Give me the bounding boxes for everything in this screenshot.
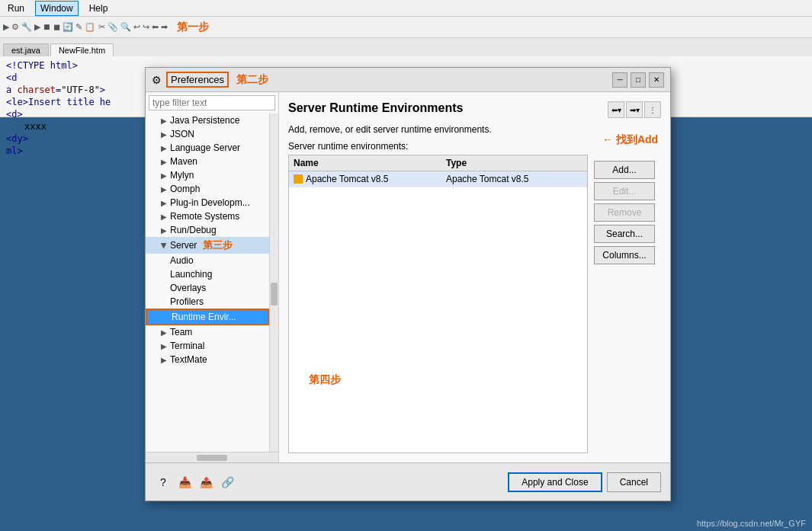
chevron-icon: ▶ [160, 242, 168, 248]
dialog-minimize[interactable]: ─ [612, 72, 627, 88]
sidebar-child-audio[interactable]: Audio [146, 254, 269, 267]
annotation-step2: 第二步 [236, 73, 268, 87]
footer-icons: ? 📥 📤 🔗 [155, 474, 236, 491]
search-button[interactable]: Search... [594, 225, 655, 243]
dialog-close[interactable]: ✕ [649, 72, 664, 88]
chevron-icon: ▶ [161, 356, 167, 364]
chevron-icon: ▶ [161, 158, 167, 166]
editor-tabs: est.java NewFile.htm [0, 38, 812, 56]
h-scrollbar[interactable] [146, 452, 278, 462]
sidebar-item-language-server[interactable]: ▶ Language Server [146, 141, 269, 155]
sidebar-item-textmate[interactable]: ▶ TextMate [146, 353, 269, 366]
content-title: Server Runtime Environments [288, 101, 463, 115]
sidebar-item-oomph[interactable]: ▶ Oomph [146, 182, 269, 196]
sidebar-child-overlays[interactable]: Overlays [146, 281, 269, 295]
sidebar-label: Server [170, 240, 197, 251]
dialog-titlebar: ⚙ Preferences 第二步 ─ □ ✕ [146, 68, 670, 92]
sidebar-scrollbar[interactable] [269, 114, 278, 452]
sidebar-item-plugin-dev[interactable]: ▶ Plug-in Developm... [146, 196, 269, 210]
sidebar-label: Remote Systems [170, 211, 239, 222]
dialog-footer: ? 📥 📤 🔗 Apply and Close Cancel [146, 462, 670, 501]
row-type: Apache Tomcat v8.5 [446, 174, 583, 184]
col-name-header: Name [294, 158, 446, 168]
action-buttons: Add... Edit... Remove Search... Columns.… [588, 155, 661, 453]
sidebar-item-maven[interactable]: ▶ Maven [146, 155, 269, 168]
chevron-icon: ▶ [161, 144, 167, 152]
columns-button[interactable]: Columns... [594, 246, 655, 264]
chevron-icon: ▶ [161, 171, 167, 180]
content-header: Server Runtime Environments ⬅▾ ➡▾ ⋮ [288, 101, 661, 118]
table-with-buttons: Name Type Apache Tomcat v8.5 Apache Tomc… [288, 155, 661, 453]
sidebar-item-team[interactable]: ▶ Team [146, 325, 269, 339]
sidebar-item-java-persistence[interactable]: ▶ Java Persistence [146, 114, 269, 127]
sidebar-items: ▶ Java Persistence ▶ JSON ▶ Language Ser… [146, 114, 269, 452]
chevron-icon: ▶ [161, 342, 167, 350]
sidebar-label: Terminal [170, 341, 204, 351]
col-type-header: Type [446, 158, 583, 168]
dialog-maximize[interactable]: □ [631, 72, 646, 88]
nav-back[interactable]: ⬅▾ [608, 101, 624, 118]
sidebar-item-run-debug[interactable]: ▶ Run/Debug [146, 223, 269, 237]
menu-help[interactable]: Help [85, 2, 113, 15]
sidebar-tree-scroll: ▶ Java Persistence ▶ JSON ▶ Language Ser… [146, 114, 278, 452]
menu-window[interactable]: Window [35, 1, 79, 16]
sidebar-item-terminal[interactable]: ▶ Terminal [146, 339, 269, 353]
scrollbar-thumb [271, 283, 278, 305]
import-icon-btn[interactable]: 📥 [176, 474, 193, 491]
apply-close-button[interactable]: Apply and Close [508, 472, 602, 492]
sidebar-label: JSON [170, 129, 194, 139]
tab-est-java[interactable]: est.java [3, 43, 49, 56]
sidebar-label: Mylyn [170, 170, 194, 181]
filter-input[interactable] [149, 95, 275, 110]
preferences-title-box: Preferences [166, 72, 229, 88]
sidebar-label: Run/Debug [170, 225, 217, 235]
nav-forward[interactable]: ➡▾ [626, 101, 643, 118]
content-label: Server runtime environments: [288, 141, 661, 152]
edit-button[interactable]: Edit... [594, 182, 655, 200]
dialog-controls: ─ □ ✕ [612, 72, 664, 88]
menu-bar: Run Window Help [0, 0, 812, 17]
chevron-icon: ▶ [161, 185, 167, 194]
sidebar-item-server[interactable]: ▶ Server 第三步 [146, 237, 269, 254]
annotation-step1: 第一步 [177, 21, 209, 34]
eclipse-window: Run Window Help ▶ ⚙ 🔧 ▶ ⏹ ◼ 🔄 ✎ 📋 ✂ 📎 🔍 … [0, 0, 812, 531]
dialog-title-text: Preferences [171, 74, 224, 85]
content-description: Add, remove, or edit server runtime envi… [288, 124, 661, 135]
cancel-button[interactable]: Cancel [607, 472, 661, 492]
sidebar-child-profilers[interactable]: Profilers [146, 295, 269, 309]
footer-action-buttons: Apply and Close Cancel [508, 472, 661, 492]
add-button[interactable]: Add... [594, 161, 655, 179]
tab-newfile-htm[interactable]: NewFile.htm [50, 43, 114, 56]
link-icon-btn[interactable]: 🔗 [219, 474, 236, 491]
nav-menu[interactable]: ⋮ [644, 101, 661, 118]
sidebar-label: Team [170, 327, 192, 337]
sidebar-label: Java Persistence [170, 115, 239, 126]
row-name: Apache Tomcat v8.5 [294, 174, 446, 184]
chevron-icon: ▶ [161, 199, 167, 207]
chevron-icon: ▶ [161, 328, 167, 337]
preferences-sidebar: ▶ Java Persistence ▶ JSON ▶ Language Ser… [146, 92, 279, 462]
server-icon [294, 174, 303, 184]
remove-button[interactable]: Remove [594, 203, 655, 222]
menu-run[interactable]: Run [3, 2, 29, 15]
sidebar-item-json[interactable]: ▶ JSON [146, 127, 269, 141]
export-icon-btn[interactable]: 📤 [197, 474, 214, 491]
sidebar-label: TextMate [170, 354, 207, 365]
dialog-body: ▶ Java Persistence ▶ JSON ▶ Language Ser… [146, 92, 670, 462]
help-icon-btn[interactable]: ? [155, 474, 172, 491]
chevron-icon: ▶ [161, 117, 167, 125]
sidebar-item-mylyn[interactable]: ▶ Mylyn [146, 168, 269, 182]
content-nav: ⬅▾ ➡▾ ⋮ [608, 101, 661, 118]
sidebar-child-launching[interactable]: Launching [146, 267, 269, 281]
sidebar-child-runtime-envir[interactable]: Runtime Envir... [146, 309, 269, 325]
chevron-icon: ▶ [161, 226, 167, 235]
dialog-title-left: ⚙ Preferences 第二步 [152, 72, 265, 88]
sidebar-label: Oomph [170, 184, 200, 194]
sidebar-label: Maven [170, 156, 197, 167]
table-row[interactable]: Apache Tomcat v8.5 Apache Tomcat v8.5 [289, 171, 587, 187]
sidebar-label: Plug-in Developm... [170, 197, 250, 208]
sidebar-item-remote-systems[interactable]: ▶ Remote Systems [146, 210, 269, 223]
content-area: Server Runtime Environments ⬅▾ ➡▾ ⋮ Add,… [279, 92, 670, 462]
watermark: https://blog.csdn.net/Mr_GYF [697, 519, 806, 528]
h-scrollbar-thumb [197, 455, 227, 461]
